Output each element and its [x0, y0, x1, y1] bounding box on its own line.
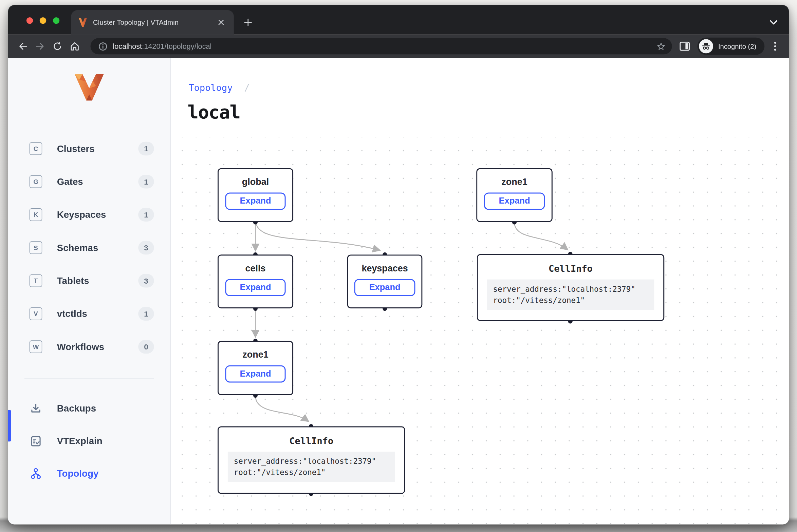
- main-content: Topology / local: [171, 58, 789, 525]
- url-host: localhost: [113, 42, 142, 50]
- incognito-avatar-icon: [699, 39, 713, 53]
- expand-button[interactable]: Expand: [354, 279, 415, 296]
- page-title: local: [188, 102, 240, 122]
- tablets-letter-icon: T: [30, 274, 42, 287]
- profile-pill[interactable]: Incognito (2): [697, 38, 764, 55]
- tab-strip: Cluster Topology | VTAdmin: [8, 5, 789, 35]
- sidebar-item-label: Keyspaces: [57, 209, 138, 220]
- browser-tab[interactable]: Cluster Topology | VTAdmin: [71, 10, 234, 35]
- node-title: CellInfo: [478, 263, 664, 274]
- vtadmin-page: C Clusters 1 G Gates 1 K Keyspaces 1: [8, 58, 789, 525]
- sidebar-item-backups[interactable]: Backups: [8, 392, 170, 425]
- count-badge: 1: [138, 142, 154, 155]
- sidebar-item-workflows[interactable]: W Workflows 0: [8, 330, 170, 363]
- reload-icon[interactable]: [49, 38, 66, 55]
- back-icon[interactable]: [14, 38, 32, 55]
- home-icon[interactable]: [66, 38, 84, 55]
- bookmark-star-icon[interactable]: [655, 40, 668, 53]
- node-title: global: [219, 177, 292, 187]
- node-title: zone1: [219, 349, 292, 360]
- keyspaces-letter-icon: K: [30, 208, 42, 221]
- breadcrumb-separator: /: [244, 82, 250, 93]
- sidebar: C Clusters 1 G Gates 1 K Keyspaces 1: [8, 58, 171, 525]
- graph-node-cellinfo-bottom[interactable]: CellInfo server_address:"localhost:2379"…: [218, 426, 405, 494]
- node-title: CellInfo: [219, 435, 404, 446]
- active-nav-indicator: [8, 410, 11, 441]
- schemas-letter-icon: S: [30, 241, 42, 254]
- graph-node-keyspaces[interactable]: keyspaces Expand: [347, 254, 423, 308]
- sidebar-item-clusters[interactable]: C Clusters 1: [8, 132, 170, 165]
- gates-letter-icon: G: [30, 175, 42, 188]
- expand-button[interactable]: Expand: [225, 279, 286, 296]
- sidebar-item-label: Topology: [57, 468, 99, 479]
- sidebar-item-vtctlds[interactable]: V vtctlds 1: [8, 297, 170, 330]
- graph-node-global[interactable]: global Expand: [218, 168, 293, 222]
- workflows-letter-icon: W: [30, 340, 42, 353]
- minimize-window-button[interactable]: [40, 17, 46, 24]
- sidebar-item-label: Schemas: [57, 242, 138, 253]
- tab-search-chevron-icon[interactable]: [767, 16, 780, 28]
- breadcrumb-topology-link[interactable]: Topology: [189, 82, 233, 93]
- sidebar-item-label: vtctlds: [57, 308, 138, 319]
- count-badge: 0: [138, 340, 154, 354]
- sidebar-item-gates[interactable]: G Gates 1: [8, 165, 170, 198]
- topology-icon: [30, 467, 42, 480]
- expand-button[interactable]: Expand: [484, 193, 545, 210]
- sidebar-item-topology[interactable]: Topology: [8, 457, 170, 490]
- count-badge: 1: [138, 307, 154, 320]
- url-path: :14201/topology/local: [142, 42, 211, 50]
- browser-toolbar: localhost:14201/topology/local: [8, 35, 789, 58]
- node-title: cells: [219, 263, 292, 274]
- sidebar-item-label: Tablets: [57, 275, 138, 286]
- count-badge: 3: [138, 274, 154, 287]
- graph-node-cells[interactable]: cells Expand: [218, 254, 293, 308]
- expand-button[interactable]: Expand: [225, 193, 286, 210]
- count-badge: 1: [138, 175, 154, 188]
- close-window-button[interactable]: [26, 17, 33, 24]
- sidebar-item-label: Clusters: [57, 143, 138, 154]
- document-check-icon: [30, 435, 42, 447]
- graph-node-zone1-root[interactable]: zone1 Expand: [476, 168, 553, 222]
- node-title: zone1: [477, 177, 552, 187]
- graph-node-cellinfo-right[interactable]: CellInfo server_address:"localhost:2379"…: [477, 254, 665, 321]
- traffic-lights: [26, 17, 59, 24]
- sidebar-item-label: Workflows: [57, 341, 138, 353]
- breadcrumb: Topology /: [189, 82, 250, 93]
- count-badge: 3: [138, 241, 154, 254]
- vitess-logo: [75, 74, 104, 101]
- sidebar-item-label: Gates: [57, 176, 138, 187]
- graph-node-zone1-cell[interactable]: zone1 Expand: [218, 341, 293, 395]
- sidebar-item-schemas[interactable]: S Schemas 3: [8, 231, 170, 264]
- sidebar-nav: C Clusters 1 G Gates 1 K Keyspaces 1: [8, 132, 170, 363]
- site-info-icon[interactable]: [97, 40, 109, 52]
- cellinfo-code: server_address:"localhost:2379" root:"/v…: [228, 452, 395, 482]
- clusters-letter-icon: C: [30, 142, 42, 155]
- sidebar-divider: [24, 379, 154, 379]
- count-badge: 1: [138, 208, 154, 221]
- vtctlds-letter-icon: V: [30, 307, 42, 320]
- maximize-window-button[interactable]: [53, 17, 59, 24]
- tab-title: Cluster Topology | VTAdmin: [93, 19, 216, 26]
- sidebar-item-label: Backups: [57, 403, 96, 414]
- expand-button[interactable]: Expand: [225, 365, 286, 383]
- cellinfo-code: server_address:"localhost:2379" root:"/v…: [487, 280, 654, 310]
- sidebar-item-tablets[interactable]: T Tablets 3: [8, 264, 170, 297]
- side-panel-icon[interactable]: [676, 38, 693, 55]
- incognito-label: Incognito (2): [718, 42, 756, 50]
- url-text: localhost:14201/topology/local: [113, 42, 654, 50]
- tab-close-icon[interactable]: [216, 17, 227, 28]
- node-title: keyspaces: [348, 263, 422, 274]
- sidebar-item-vtexplain[interactable]: VTExplain: [8, 425, 170, 457]
- forward-icon[interactable]: [32, 38, 49, 55]
- download-icon: [30, 402, 42, 415]
- url-bar[interactable]: localhost:14201/topology/local: [91, 38, 672, 54]
- new-tab-button[interactable]: [241, 15, 255, 30]
- browser-menu-kebab-icon[interactable]: [767, 39, 783, 54]
- browser-window: Cluster Topology | VTAdmin: [8, 5, 789, 524]
- vitess-favicon-icon: [78, 18, 88, 27]
- topology-canvas[interactable]: global Expand zone1 Expand cells Expand: [171, 137, 789, 524]
- sidebar-item-label: VTExplain: [57, 435, 103, 446]
- sidebar-item-keyspaces[interactable]: K Keyspaces 1: [8, 198, 170, 231]
